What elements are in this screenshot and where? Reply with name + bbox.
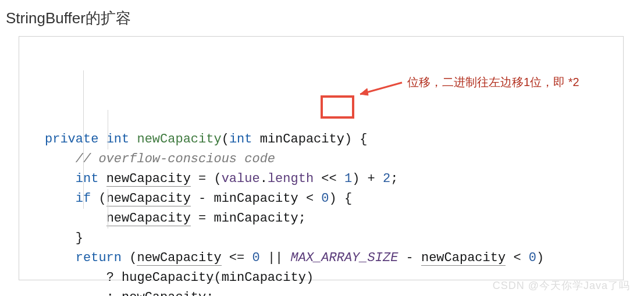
code-line-5: newCapacity = minCapacity; [106, 211, 306, 226]
code-block: private int newCapacity(int minCapacity)… [19, 36, 624, 280]
shift-operator: << [314, 172, 344, 186]
arrow-icon [352, 78, 405, 100]
svg-marker-1 [360, 88, 368, 95]
annotation-text: 位移，二进制往左边移1位，即 *2 [407, 74, 579, 90]
code-line-2: // overflow-conscious code [76, 152, 275, 166]
code-line-4: if (newCapacity - minCapacity < 0) { [76, 191, 352, 206]
code-line-6: } [76, 231, 83, 245]
code-line-9: : newCapacity; [106, 290, 214, 296]
code-line-1: private int newCapacity(int minCapacity)… [45, 132, 368, 147]
page-title: StringBuffer的扩容 [6, 8, 131, 28]
code-line-7: return (newCapacity <= 0 || MAX_ARRAY_SI… [76, 251, 544, 266]
code-line-3: int newCapacity = (value.length << 1) + … [76, 172, 399, 187]
watermark: CSDN @今天你学Java了吗 [493, 279, 630, 293]
code-line-8: ? hugeCapacity(minCapacity) [106, 270, 314, 285]
